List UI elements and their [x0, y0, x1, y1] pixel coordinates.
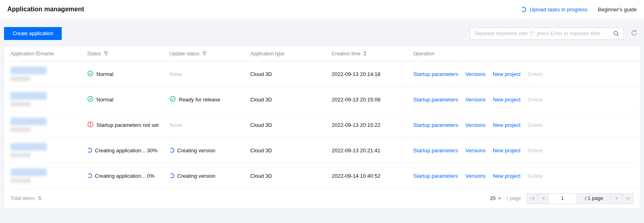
table-row: Normal None Cloud 3D 2022-09-13 20:14:18… [4, 61, 640, 87]
startup-parameters-link[interactable]: Startup parameters [413, 147, 458, 154]
delete-link: Delete [528, 147, 543, 154]
versions-link[interactable]: Versions [465, 71, 485, 77]
loading-spinner-icon [87, 148, 92, 153]
status-text: Creating application... 30% [95, 147, 157, 154]
top-bar: Application management Upload tasks in p… [0, 0, 644, 19]
status-text: Normal [96, 71, 113, 77]
application-id-blurred[interactable] [10, 143, 47, 151]
column-app-type: Application type [244, 46, 325, 61]
application-type: Cloud 3D [244, 61, 325, 86]
column-status: Status [81, 46, 163, 61]
creation-time: 2022-09-13 20:15:22 [325, 112, 407, 137]
application-name-blurred [10, 127, 31, 132]
startup-parameters-link[interactable]: Startup parameters [413, 173, 458, 179]
loading-spinner-icon [87, 173, 92, 178]
next-page-button[interactable] [611, 193, 623, 204]
application-name-blurred [10, 178, 31, 183]
application-id-blurred[interactable] [10, 118, 47, 125]
new-project-link[interactable]: New project [493, 97, 521, 103]
operations: Startup parameters Versions New project … [407, 163, 640, 188]
versions-link[interactable]: Versions [465, 122, 485, 128]
update-status-text: Ready for release [179, 97, 220, 103]
pagination: 20 / page 1 / 1 page [490, 193, 634, 204]
new-project-link[interactable]: New project [493, 147, 521, 154]
upload-tasks-link[interactable]: Upload tasks in progress [521, 6, 587, 13]
update-status-text: Creating version [177, 147, 215, 154]
total-items: Total items: 5 [10, 196, 41, 201]
startup-parameters-link[interactable]: Startup parameters [413, 97, 458, 103]
prev-page-button[interactable] [537, 193, 549, 204]
create-application-button[interactable]: Create application [4, 27, 62, 40]
update-status-filter-icon[interactable] [202, 51, 207, 56]
search-input[interactable] [470, 28, 623, 39]
table-footer: Total items: 5 20 / page 1 / 1 page [4, 189, 640, 208]
delete-link: Delete [528, 122, 543, 128]
application-type: Cloud 3D [244, 163, 325, 188]
application-id-blurred[interactable] [10, 92, 47, 100]
page-size-value: 20 [490, 196, 496, 201]
table-row: Creating application... 0% Creating vers… [4, 163, 640, 189]
update-status-text: None [169, 71, 182, 77]
operations: Startup parameters Versions New project … [407, 138, 640, 163]
delete-link: Delete [528, 97, 543, 103]
column-update-status: Update status [163, 46, 244, 61]
table-row: Normal Ready for release Cloud 3D 2022-0… [4, 87, 640, 112]
application-id-blurred[interactable] [10, 67, 47, 74]
delete-link: Delete [528, 173, 543, 179]
column-operation: Operation [407, 46, 640, 61]
update-status-text: None [169, 122, 182, 128]
sort-icon[interactable] [363, 51, 367, 56]
delete-link: Delete [528, 71, 543, 77]
top-bar-actions: Upload tasks in progress Beginner's guid… [521, 6, 637, 13]
beginners-guide-link[interactable]: Beginner's guide [598, 6, 637, 13]
application-id-blurred[interactable] [10, 168, 47, 176]
per-page-label: / page [507, 196, 521, 201]
first-page-button[interactable] [527, 193, 538, 204]
new-project-link[interactable]: New project [493, 173, 521, 179]
column-creation-time: Creation time [325, 46, 407, 61]
versions-link[interactable]: Versions [465, 173, 485, 179]
success-icon [169, 96, 176, 103]
application-name-blurred [10, 102, 31, 107]
error-icon [87, 121, 94, 129]
page-total-label: / 1 page [576, 193, 612, 204]
versions-link[interactable]: Versions [465, 147, 485, 154]
page-title: Application management [7, 6, 84, 13]
chevron-down-icon [498, 198, 501, 200]
status-filter-icon[interactable] [104, 51, 108, 56]
toolbar: Create application [0, 19, 644, 46]
application-table: Application ID/name Status Update status… [4, 46, 640, 208]
search-box [470, 27, 624, 40]
refresh-button[interactable] [628, 27, 640, 40]
startup-parameters-link[interactable]: Startup parameters [413, 122, 458, 128]
status-text: Normal [96, 97, 113, 103]
page-size-select[interactable]: 20 [490, 196, 501, 201]
application-name-blurred [10, 76, 31, 81]
update-status-text: Creating version [177, 173, 215, 179]
versions-link[interactable]: Versions [465, 97, 485, 103]
table-row: Creating application... 30% Creating ver… [4, 138, 640, 163]
prev-page-icon [542, 196, 545, 202]
table-header: Application ID/name Status Update status… [4, 46, 640, 61]
page-buttons: 1 / 1 page [527, 193, 634, 204]
new-project-link[interactable]: New project [493, 122, 521, 128]
success-icon [87, 70, 94, 78]
column-id-name: Application ID/name [4, 46, 81, 61]
application-type: Cloud 3D [244, 87, 325, 112]
creation-time: 2022-09-14 10:40:52 [325, 163, 407, 188]
first-page-icon [530, 196, 535, 202]
current-page-input[interactable]: 1 [548, 193, 577, 204]
creation-time: 2022-09-13 20:21:41 [325, 138, 407, 163]
new-project-link[interactable]: New project [493, 71, 521, 77]
toolbar-right [470, 27, 640, 40]
last-page-button[interactable] [622, 193, 634, 204]
operations: Startup parameters Versions New project … [407, 112, 640, 137]
search-button[interactable] [611, 29, 621, 39]
operations: Startup parameters Versions New project … [407, 61, 640, 86]
operations: Startup parameters Versions New project … [407, 87, 640, 112]
success-icon [87, 96, 94, 103]
status-text: Startup parameters not set [96, 122, 159, 128]
last-page-icon [626, 196, 630, 202]
startup-parameters-link[interactable]: Startup parameters [413, 71, 458, 77]
loading-spinner-icon [169, 173, 174, 178]
